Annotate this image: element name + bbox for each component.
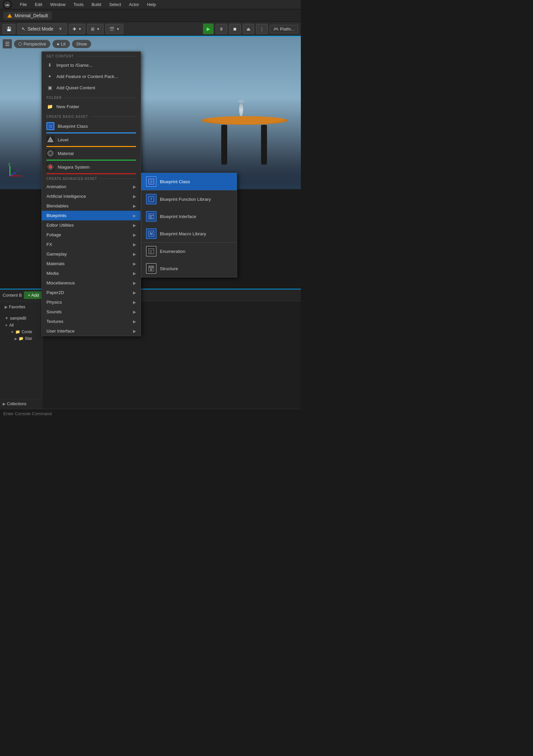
menu-select[interactable]: Select <box>108 1 122 8</box>
project-title[interactable]: Minimal_Default <box>3 12 52 20</box>
platform-button[interactable]: 🎮 Platfo... <box>270 25 298 33</box>
menu-help[interactable]: Help <box>146 1 157 8</box>
folder-icon: 📁 <box>15 330 20 334</box>
expand-arrow: ▶ <box>5 305 8 309</box>
pause-button[interactable]: ⏸ <box>216 24 227 34</box>
svg-rect-28 <box>152 266 153 268</box>
materials-item[interactable]: Materials ▶ <box>42 259 141 268</box>
menu-file[interactable]: File <box>19 1 28 8</box>
menu-tools[interactable]: Tools <box>72 1 85 8</box>
add-content-button[interactable]: + Add <box>24 291 43 299</box>
xyz-gizmo: X Z Y <box>7 163 23 179</box>
add-feature-item[interactable]: ✦ Add Feature or Content Pack... <box>42 71 141 82</box>
svg-text:Z: Z <box>8 163 10 166</box>
select-mode-button[interactable]: ↖ Select Mode ▼ <box>17 24 67 34</box>
sub-enumeration-item[interactable]: Enumeration <box>141 243 237 260</box>
menu-bar: UE File Edit Window Tools Build Select A… <box>0 0 301 9</box>
textures-arrow: ▶ <box>133 319 136 324</box>
sidebar-favorites[interactable]: ▶ Favorites <box>3 303 39 311</box>
stop-button[interactable]: ⏹ <box>229 24 241 34</box>
import-to-game-item[interactable]: ⬇ Import to /Game... <box>42 59 141 71</box>
table-top <box>201 116 288 125</box>
expand-arrow-2: ▼ <box>5 316 9 321</box>
select-mode-label: Select Mode <box>28 26 53 32</box>
sub-structure-item[interactable]: Structure <box>141 260 237 277</box>
gameplay-label: Gameplay <box>46 252 67 257</box>
cinematic-button[interactable]: 🎬 ▼ <box>105 24 123 34</box>
eject-icon: ⏏ <box>246 27 250 32</box>
sub-blueprint-interface-item[interactable]: Blueprint Interface <box>141 208 237 225</box>
physics-arrow: ▶ <box>133 300 136 305</box>
play-button[interactable]: ▶ <box>203 24 214 34</box>
fx-arrow: ▶ <box>133 242 136 247</box>
sub-blueprint-function-item[interactable]: f Blueprint Function Library <box>141 190 237 208</box>
blueprints-item[interactable]: Blueprints ▶ <box>42 211 141 220</box>
eject-button[interactable]: ⏏ <box>243 24 254 34</box>
blueprints-submenu: Blueprint Class f Blueprint Function Lib… <box>141 173 237 277</box>
sidebar-samplebp[interactable]: ▼ sampleBl <box>3 315 39 322</box>
lamp-body <box>239 103 243 116</box>
more-button[interactable]: ⋮ <box>256 24 268 34</box>
fx-item[interactable]: FX ▶ <box>42 240 141 249</box>
materials-arrow: ▶ <box>133 262 136 266</box>
sub-interface-icon <box>146 211 157 222</box>
perspective-label: Perspective <box>24 41 46 46</box>
add-quixel-item[interactable]: ▣ Add Quixel Content <box>42 82 141 93</box>
pause-icon: ⏸ <box>219 27 224 32</box>
editor-utilities-item[interactable]: Editor Utilities ▶ <box>42 220 141 230</box>
foliage-item[interactable]: Foliage ▶ <box>42 230 141 240</box>
sidebar-star[interactable]: ▶ 📁 Star <box>3 335 39 342</box>
perspective-button[interactable]: ⬡ Perspective <box>14 40 50 48</box>
media-item[interactable]: Media ▶ <box>42 268 141 278</box>
sounds-item[interactable]: Sounds ▶ <box>42 307 141 317</box>
physics-label: Physics <box>46 300 62 305</box>
layout-button[interactable]: ⊞ ▼ <box>87 24 103 34</box>
menu-window[interactable]: Window <box>49 1 67 8</box>
ai-item[interactable]: Artificial Intelligence ▶ <box>42 191 141 201</box>
textures-item[interactable]: Textures ▶ <box>42 317 141 326</box>
sub-blueprint-class-item[interactable]: Blueprint Class <box>141 173 237 190</box>
material-item[interactable]: Material <box>42 147 141 160</box>
miscellaneous-arrow: ▶ <box>133 281 136 285</box>
sub-blueprint-macro-item[interactable]: M Blueprint Macro Library <box>141 225 237 242</box>
svg-point-12 <box>49 165 52 169</box>
console-input[interactable] <box>3 411 298 416</box>
menu-edit[interactable]: Edit <box>33 1 43 8</box>
new-folder-item[interactable]: 📁 New Folder <box>42 101 141 112</box>
viewport-menu-button[interactable]: ☰ <box>3 39 12 48</box>
save-button[interactable]: 💾 <box>3 24 15 34</box>
sidebar-content[interactable]: ▼ 📁 Conte <box>3 329 39 335</box>
svg-text:UE: UE <box>5 4 9 7</box>
svg-rect-19 <box>149 218 153 218</box>
sub-enumeration-label: Enumeration <box>160 249 185 254</box>
physics-item[interactable]: Physics ▶ <box>42 297 141 307</box>
niagara-item[interactable]: Niagara System <box>42 161 141 173</box>
user-interface-item[interactable]: User Interface ▶ <box>42 326 141 336</box>
menu-build[interactable]: Build <box>90 1 102 8</box>
material-label: Material <box>58 151 74 156</box>
niagara-label: Niagara System <box>58 165 90 170</box>
paper2d-item[interactable]: Paper2D ▶ <box>42 288 141 297</box>
lit-button[interactable]: ● Lit <box>52 40 70 48</box>
level-icon <box>46 136 54 144</box>
folder-section: FOLDER <box>42 93 141 101</box>
gameplay-item[interactable]: Gameplay ▶ <box>42 249 141 259</box>
collections-bar[interactable]: ▶ Collections <box>0 399 42 408</box>
foliage-arrow: ▶ <box>133 233 136 237</box>
chevron-small-icon2: ▼ <box>97 27 100 31</box>
blueprint-class-item[interactable]: ⬡ Blueprint Class <box>42 120 141 132</box>
add-content-button[interactable]: ✚ ▼ <box>69 24 85 34</box>
sub-blueprint-function-label: Blueprint Function Library <box>160 197 211 202</box>
sidebar-all[interactable]: ▼ All <box>3 322 39 329</box>
menu-actor[interactable]: Actor <box>128 1 140 8</box>
miscellaneous-item[interactable]: Miscellaneous ▶ <box>42 278 141 288</box>
sub-blueprint-interface-label: Blueprint Interface <box>160 214 196 219</box>
create-advanced-section: CREATE ADVANCED ASSET <box>42 174 141 182</box>
feature-icon: ✦ <box>46 73 53 80</box>
blendables-item[interactable]: Blendables ▶ <box>42 201 141 211</box>
chevron-down-icon: ▼ <box>58 26 63 32</box>
plus-icon: ✚ <box>73 27 76 32</box>
show-button[interactable]: Show <box>72 40 92 48</box>
level-item[interactable]: Level <box>42 133 141 146</box>
animation-item[interactable]: Animation ▶ <box>42 182 141 191</box>
